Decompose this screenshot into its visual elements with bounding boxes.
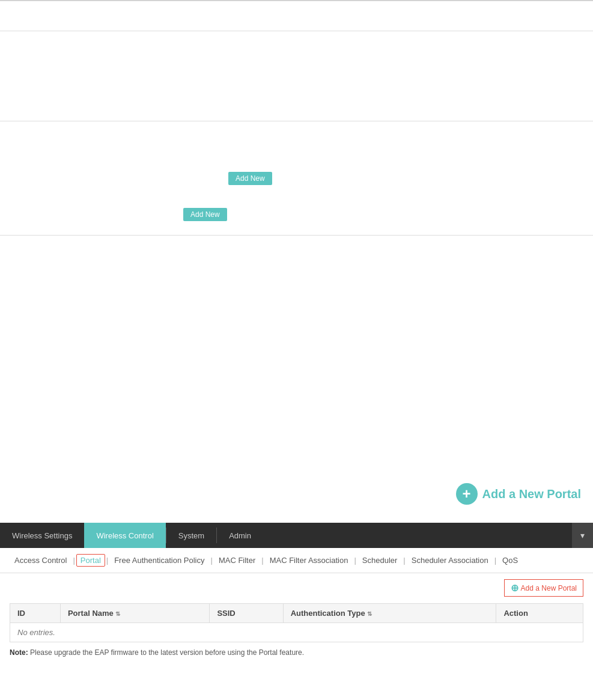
divider-line-1 xyxy=(0,1,593,1)
subnav-sep-5: | xyxy=(353,556,357,565)
divider-line-2 xyxy=(0,31,593,31)
tab-wireless-control[interactable]: Wireless Control xyxy=(84,523,165,548)
col-ssid: SSID xyxy=(210,604,283,623)
col-portal-name-label: Portal Name xyxy=(68,609,114,618)
main-navbar: Wireless Settings Wireless Control Syste… xyxy=(0,523,593,548)
add-new-portal-button[interactable]: ⊕ Add a New Portal xyxy=(504,579,583,597)
content-wrapper: ⊕ Add a New Portal ID Portal Name ⇅ SSID… xyxy=(10,579,583,657)
col-auth-type[interactable]: Authentication Type ⇅ xyxy=(283,604,496,623)
add-portal-plus-icon: ⊕ xyxy=(511,582,518,594)
add-new-portal-large-label: Add a New Portal xyxy=(482,487,581,501)
no-entries-row: No entries. xyxy=(10,623,583,642)
subnav-scheduler[interactable]: Scheduler xyxy=(357,555,403,566)
no-entries-text: No entries. xyxy=(17,628,55,637)
add-new-portal-large-button[interactable]: + Add a New Portal xyxy=(456,483,581,505)
note-text: Please upgrade the EAP firmware to the l… xyxy=(30,648,304,657)
tab-admin[interactable]: Admin xyxy=(217,523,263,548)
portal-table-header-row: ID Portal Name ⇅ SSID Authentication Typ… xyxy=(10,604,583,623)
top-section: Add New Add New xyxy=(0,0,593,264)
subnav-mac-filter-assoc[interactable]: MAC Filter Association xyxy=(265,555,353,566)
subnav-sep-3: | xyxy=(209,556,213,565)
col-action: Action xyxy=(496,604,583,623)
subnav-free-auth-policy[interactable]: Free Authentication Policy xyxy=(109,555,209,566)
portal-note: Note: Please upgrade the EAP firmware to… xyxy=(10,648,583,657)
subnav-mac-filter[interactable]: MAC Filter xyxy=(214,555,260,566)
auth-type-sort-icon: ⇅ xyxy=(367,610,372,617)
col-auth-type-label: Authentication Type xyxy=(291,609,365,618)
sub-navigation: Access Control | Portal | Free Authentic… xyxy=(0,548,593,573)
subnav-sep-4: | xyxy=(260,556,264,565)
subnav-qos[interactable]: QoS xyxy=(497,555,523,566)
portal-table: ID Portal Name ⇅ SSID Authentication Typ… xyxy=(10,603,583,642)
add-portal-circle-icon: + xyxy=(456,483,478,505)
col-id: ID xyxy=(10,604,61,623)
middle-section: + Add a New Portal xyxy=(0,264,593,523)
divider-line-4 xyxy=(0,235,593,236)
tab-system[interactable]: System xyxy=(166,523,216,548)
portal-name-sort-icon: ⇅ xyxy=(115,610,120,617)
add-new-button-1[interactable]: Add New xyxy=(228,172,272,185)
subnav-sep-6: | xyxy=(402,556,406,565)
tab-wireless-settings[interactable]: Wireless Settings xyxy=(0,523,84,548)
add-portal-button-label: Add a New Portal xyxy=(521,584,577,592)
subnav-portal[interactable]: Portal xyxy=(76,554,105,567)
subnav-access-control[interactable]: Access Control xyxy=(10,555,71,566)
navbar-dropdown-button[interactable]: ▾ xyxy=(572,523,593,548)
note-label: Note: xyxy=(10,648,28,657)
subnav-scheduler-assoc[interactable]: Scheduler Association xyxy=(407,555,493,566)
col-portal-name[interactable]: Portal Name ⇅ xyxy=(60,604,209,623)
portal-table-body: No entries. xyxy=(10,623,583,642)
subnav-sep-2: | xyxy=(105,556,109,565)
add-new-button-2[interactable]: Add New xyxy=(183,208,227,221)
divider-line-3 xyxy=(0,121,593,121)
subnav-sep-1: | xyxy=(71,556,76,565)
subnav-sep-7: | xyxy=(493,556,497,565)
portal-table-head: ID Portal Name ⇅ SSID Authentication Typ… xyxy=(10,604,583,623)
no-entries-cell: No entries. xyxy=(10,623,583,642)
main-content: ⊕ Add a New Portal ID Portal Name ⇅ SSID… xyxy=(0,573,593,663)
